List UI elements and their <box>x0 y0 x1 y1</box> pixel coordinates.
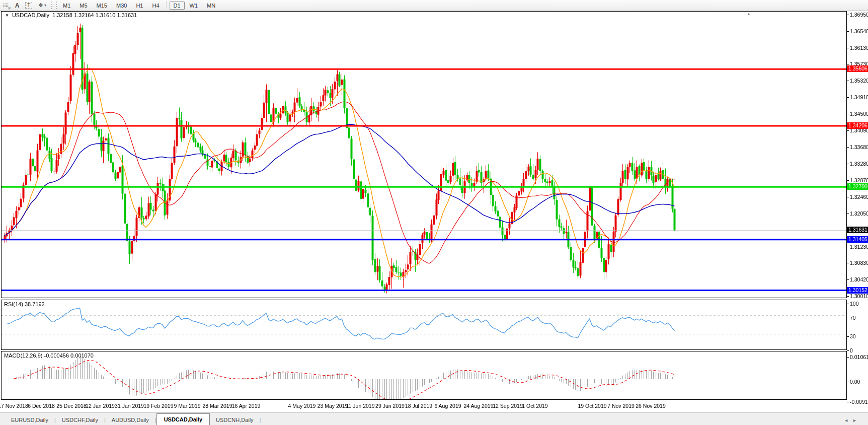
price-axis-label: 1.30830 <box>850 260 868 266</box>
objects-icon[interactable]: ❖▾ <box>35 1 50 10</box>
timeframe-button-d1[interactable]: D1 <box>170 2 185 10</box>
date-axis-label: 7 Nov 2019 <box>607 403 635 409</box>
date-axis-label: 16 Apr 2019 <box>232 403 261 409</box>
date-axis-label: 17 Nov 2018 <box>0 403 28 409</box>
date-axis-label: 18 Jul 2019 <box>405 403 432 409</box>
rsi-axis-label: 30 <box>850 333 856 339</box>
timeframe-button-m5[interactable]: M5 <box>75 2 91 10</box>
date-axis-label: 12 Jan 2019 <box>86 403 115 409</box>
macd-indicator-label: MACD(12,26,9) -0.000456 0.001070 <box>4 352 94 359</box>
date-axis-label: 6 Aug 2019 <box>434 403 461 409</box>
chart-symbol-label: USDCAD,Daily <box>12 12 49 18</box>
price-axis-label: 1.30420 <box>850 276 868 282</box>
tab-scroll-arrows[interactable]: ◄► <box>844 418 861 425</box>
price-axis-label: 1.30010 <box>850 293 868 299</box>
snap-grid-icon[interactable]: ⠿⠿F <box>1 1 11 10</box>
macd-axis-label: -0.009183 <box>850 399 868 405</box>
application-window: ⠿⠿F A T ❖▾ M1M5M15M30H1H4D1W1MN ▼USDCAD,… <box>0 0 868 425</box>
timeframe-button-mn[interactable]: MN <box>203 2 219 10</box>
chart-title: ▼USDCAD,Daily 1.32158 1.32164 1.31610 1.… <box>5 12 137 18</box>
symbol-tab-bar: EURUSD,Daily|USDCHF,Daily|AUDUSD,Daily|U… <box>0 412 868 425</box>
date-axis-label: 29 Jun 2019 <box>375 403 405 409</box>
price-axis-label: 1.33680 <box>850 144 868 150</box>
price-level-badge[interactable]: 1.34206 <box>847 122 868 129</box>
date-axis-label: 11 Jun 2019 <box>346 403 374 409</box>
date-axis-label: 19 Feb 2019 <box>144 403 174 409</box>
price-axis-label: 1.35320 <box>850 78 868 84</box>
price-axis-label: 1.36130 <box>850 45 868 51</box>
date-axis-label: 6 Dec 2018 <box>28 403 55 409</box>
text-label-icon[interactable]: T <box>24 1 34 10</box>
collapse-caret-icon[interactable]: ▼ <box>5 13 9 18</box>
rsi-axis-label: 0 <box>850 347 853 353</box>
dropdown-caret-icon[interactable]: ▾ <box>44 3 46 8</box>
date-axis-label: 25 Dec 2018 <box>56 403 87 409</box>
date-axis-label: 12 Sep 2019 <box>493 403 523 409</box>
timeframe-button-group: M1M5M15M30H1H4D1W1MN <box>58 2 220 10</box>
date-axis-label: 19 Oct 2019 <box>578 403 606 409</box>
symbol-tab-usdcad[interactable]: USDCAD,Daily <box>156 413 210 425</box>
timeframe-button-w1[interactable]: W1 <box>186 2 202 10</box>
date-axis-label: 28 Mar 2019 <box>203 403 232 409</box>
price-axis-label: 1.34910 <box>850 94 868 100</box>
rsi-axis-label: 70 <box>850 315 856 321</box>
chart-canvas[interactable] <box>0 0 868 425</box>
timeframe-button-m15[interactable]: M15 <box>93 2 111 10</box>
macd-axis-label: 0.010615 <box>850 354 868 360</box>
date-axis-label: 1 Oct 2019 <box>522 403 547 409</box>
date-axis-label: 9 Mar 2019 <box>174 403 200 409</box>
toolbar: ⠿⠿F A T ❖▾ M1M5M15M30H1H4D1W1MN <box>0 0 868 11</box>
date-axis-label: 31 Jan 2019 <box>115 403 144 409</box>
price-axis-label: 1.31230 <box>850 244 868 250</box>
macd-current-values: -0.000456 0.001070 <box>44 352 93 359</box>
price-level-badge[interactable]: 1.32700 <box>847 183 868 190</box>
current-price-badge: 1.31631 <box>847 227 868 233</box>
font-icon[interactable]: A <box>12 1 23 10</box>
chart-ohlc-values: 1.32158 1.32164 1.31610 1.31631 <box>52 12 137 18</box>
toolbar-grip[interactable] <box>51 2 57 9</box>
tab-separator: | <box>260 415 261 425</box>
tab-scroll-left-icon: ◄ <box>844 418 852 423</box>
price-axis-label: 1.36950 <box>850 12 868 18</box>
date-axis-label: 26 Nov 2019 <box>636 403 666 409</box>
tab-scroll-right-icon: ► <box>852 418 861 423</box>
price-level-badge[interactable]: 1.31405 <box>847 236 868 243</box>
date-axis-label: 23 May 2019 <box>318 403 348 409</box>
date-axis-label: 4 May 2019 <box>288 403 316 409</box>
date-axis-label: 24 Aug 2019 <box>464 403 494 409</box>
price-axis-label: 1.32870 <box>850 177 868 183</box>
price-axis-label: 1.33280 <box>850 161 868 167</box>
price-level-badge[interactable]: 1.35606 <box>847 65 868 72</box>
timeframe-button-h4[interactable]: H4 <box>148 2 163 10</box>
price-axis-label: 1.32460 <box>850 194 868 200</box>
symbol-tab-usdcnh[interactable]: USDCNH,Daily <box>210 415 260 425</box>
symbol-tab-usdchf[interactable]: USDCHF,Daily <box>56 415 104 425</box>
toolbar-separator <box>166 2 167 9</box>
price-axis-label: 1.34500 <box>850 111 868 117</box>
macd-axis-label: 0.00 <box>850 379 860 385</box>
rsi-current-value: 38.7192 <box>25 301 45 307</box>
timeframe-button-m30[interactable]: M30 <box>112 2 131 10</box>
timeframe-button-h1[interactable]: H1 <box>132 2 147 10</box>
rsi-axis-label: 100 <box>850 301 859 307</box>
timeframe-button-m1[interactable]: M1 <box>59 2 74 10</box>
rsi-indicator-label: RSI(14) 38.7192 <box>4 301 45 307</box>
chart-shift-marker-icon: ▲ <box>747 12 751 16</box>
symbol-tab-audusd[interactable]: AUDUSD,Daily <box>106 415 155 425</box>
price-axis-label: 1.36540 <box>850 28 868 34</box>
price-axis-label: 1.32050 <box>850 210 868 217</box>
price-level-badge[interactable]: 1.30152 <box>847 287 868 294</box>
symbol-tab-eurusd[interactable]: EURUSD,Daily <box>5 415 54 425</box>
